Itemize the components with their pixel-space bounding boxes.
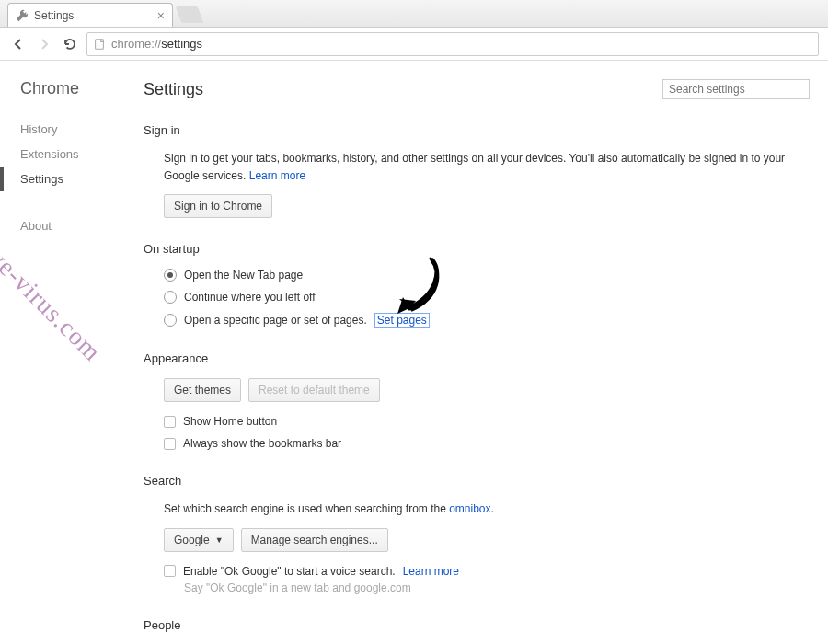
people-heading: People (144, 618, 810, 632)
section-startup: On startup Open the New Tab page Continu… (144, 242, 810, 328)
page-title: Settings (144, 80, 203, 99)
reload-button[interactable] (61, 35, 79, 53)
manage-search-engines-button[interactable]: Manage search engines... (241, 528, 388, 552)
url-path: settings (161, 37, 202, 51)
radio-icon (164, 291, 177, 304)
section-appearance: Appearance Get themes Reset to default t… (144, 351, 810, 450)
signin-text: Sign in to get your tabs, bookmarks, his… (164, 150, 810, 185)
sidebar-item-about[interactable]: About (20, 213, 138, 238)
section-search: Search Set which search engine is used w… (144, 474, 810, 593)
radio-icon (164, 269, 177, 282)
sidebar-item-settings[interactable]: Settings (0, 167, 138, 191)
checkbox-icon (164, 565, 176, 577)
search-settings-input[interactable] (662, 79, 810, 99)
url-prefix: chrome:// (111, 37, 161, 51)
page-header: Settings (144, 79, 810, 99)
radio-icon (164, 314, 177, 327)
tab-title: Settings (34, 9, 74, 22)
ok-google-checkbox[interactable]: Enable "Ok Google" to start a voice sear… (164, 565, 810, 578)
page-icon (93, 38, 106, 51)
search-text: Set which search engine is used when sea… (164, 500, 810, 518)
get-themes-button[interactable]: Get themes (164, 378, 241, 402)
signin-button[interactable]: Sign in to Chrome (164, 194, 272, 218)
signin-heading: Sign in (144, 123, 810, 137)
set-pages-link[interactable]: Set pages (374, 313, 430, 328)
show-bookmarks-checkbox[interactable]: Always show the bookmarks bar (164, 437, 810, 450)
close-icon[interactable]: × (157, 8, 165, 23)
tab-bar: Settings × (0, 0, 828, 28)
chevron-down-icon: ▼ (215, 535, 224, 545)
forward-button[interactable] (35, 35, 53, 53)
appearance-heading: Appearance (144, 351, 810, 365)
toolbar: chrome://settings (0, 28, 828, 61)
new-tab-button[interactable] (176, 6, 204, 23)
url-bar[interactable]: chrome://settings (86, 32, 819, 56)
sidebar-item-history[interactable]: History (20, 117, 138, 142)
signin-learn-more-link[interactable]: Learn more (249, 169, 305, 182)
search-heading: Search (144, 474, 810, 488)
search-engine-select[interactable]: Google▼ (164, 528, 234, 552)
startup-option-newtab[interactable]: Open the New Tab page (164, 269, 810, 282)
svg-rect-0 (96, 39, 104, 49)
back-button[interactable] (9, 35, 28, 53)
sidebar: Chrome History Extensions Settings About (0, 61, 138, 644)
browser-tab[interactable]: Settings × (7, 3, 173, 27)
sidebar-title: Chrome (20, 79, 138, 98)
main: Settings Sign in Sign in to get your tab… (138, 61, 828, 644)
section-signin: Sign in Sign in to get your tabs, bookma… (144, 123, 810, 218)
reset-theme-button[interactable]: Reset to default theme (248, 378, 380, 402)
ok-google-learn-link[interactable]: Learn more (403, 565, 459, 578)
startup-heading: On startup (144, 242, 810, 256)
ok-google-hint: Say "Ok Google" in a new tab and google.… (184, 581, 810, 594)
startup-option-specific[interactable]: Open a specific page or set of pages. Se… (164, 313, 810, 328)
sidebar-item-extensions[interactable]: Extensions (20, 142, 138, 167)
wrench-icon (16, 9, 29, 22)
omnibox-link[interactable]: omnibox (449, 502, 490, 515)
checkbox-icon (164, 438, 176, 450)
section-people: People (144, 618, 810, 632)
checkbox-icon (164, 416, 176, 428)
startup-option-continue[interactable]: Continue where you left off (164, 291, 810, 304)
content: Chrome History Extensions Settings About… (0, 61, 828, 644)
show-home-checkbox[interactable]: Show Home button (164, 415, 810, 428)
